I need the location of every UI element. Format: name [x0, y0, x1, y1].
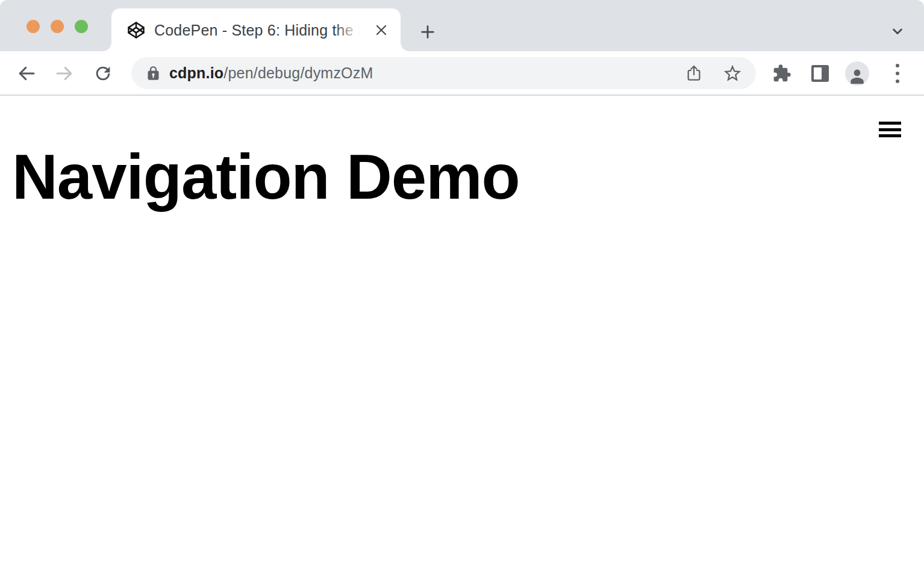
share-icon[interactable]: [684, 64, 704, 83]
menu-dot: [896, 64, 899, 67]
window-minimize-button[interactable]: [51, 20, 64, 33]
reload-icon[interactable]: [93, 63, 114, 85]
window-zoom-button[interactable]: [75, 20, 88, 33]
menu-dot: [896, 79, 899, 83]
browser-menu-icon[interactable]: [890, 62, 905, 85]
new-tab-button[interactable]: [414, 18, 442, 46]
hamburger-bar: [879, 134, 901, 137]
hamburger-bar: [879, 122, 901, 125]
hamburger-bar: [879, 128, 901, 131]
forward-button[interactable]: [54, 63, 75, 84]
window-controls: [27, 20, 88, 33]
url-domain: cdpn.io: [169, 64, 223, 81]
side-panel-glyph: [811, 65, 829, 82]
tab-search-chevron-icon[interactable]: [889, 23, 907, 40]
tab-title: CodePen - Step 6: Hiding the li: [154, 22, 364, 39]
hamburger-menu-icon[interactable]: [879, 122, 901, 137]
page-content: Navigation Demo: [0, 97, 924, 572]
page-title: Navigation Demo: [12, 145, 520, 208]
back-button[interactable]: [16, 63, 37, 84]
side-panel-icon[interactable]: [811, 65, 829, 82]
bookmark-star-icon[interactable]: [722, 63, 743, 84]
tab-close-button[interactable]: [372, 21, 390, 39]
extensions-puzzle-icon[interactable]: [772, 64, 791, 83]
browser-tab[interactable]: CodePen - Step 6: Hiding the li: [111, 8, 401, 51]
browser-window: CodePen - Step 6: Hiding the li: [0, 0, 924, 572]
person-icon: [848, 66, 867, 85]
tab-title-fade: [335, 20, 366, 40]
tab-title-wrap: CodePen - Step 6: Hiding the li: [154, 20, 366, 40]
tab-strip: CodePen - Step 6: Hiding the li: [0, 0, 924, 51]
address-bar[interactable]: cdpn.io/pen/debug/dymzOzM: [131, 57, 756, 89]
url-text: cdpn.io/pen/debug/dymzOzM: [169, 64, 373, 82]
window-close-button[interactable]: [27, 20, 40, 33]
codepen-icon: [127, 21, 145, 39]
url-path: /pen/debug/dymzOzM: [223, 64, 373, 81]
lock-icon[interactable]: [145, 65, 161, 81]
browser-toolbar: cdpn.io/pen/debug/dymzOzM: [0, 51, 924, 96]
menu-dot: [896, 72, 899, 75]
profile-avatar-button[interactable]: [845, 61, 869, 85]
